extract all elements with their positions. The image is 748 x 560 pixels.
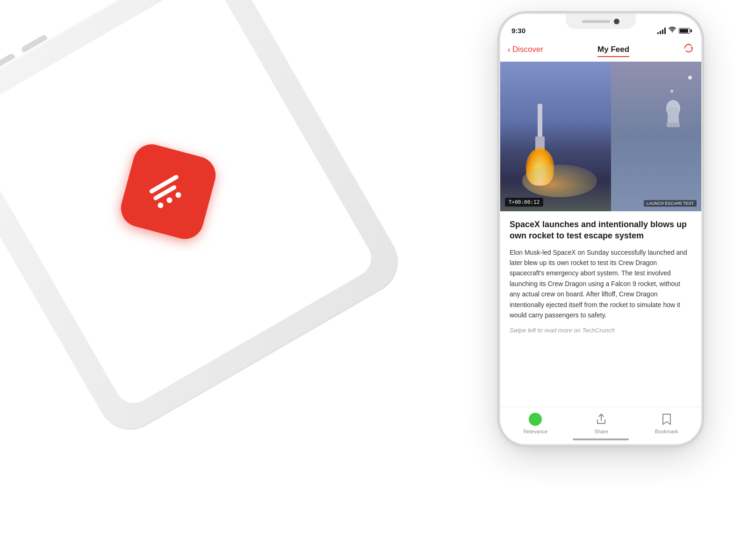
signal-bar-2 [660, 31, 661, 34]
share-button[interactable]: Share [594, 412, 609, 434]
left-phone: 9:30 [0, 0, 410, 442]
article-headline: SpaceX launches and intentionally blows … [510, 219, 692, 242]
article-summary: Elon Musk-led SpaceX on Sunday successfu… [510, 247, 692, 321]
svg-marker-4 [690, 46, 692, 48]
back-label: Discover [512, 45, 543, 54]
phone-speaker [582, 20, 610, 23]
left-phone-screen [0, 0, 378, 410]
relevance-icon-wrap [528, 412, 543, 427]
back-button[interactable]: ‹ Discover [508, 45, 543, 54]
bookmark-label: Bookmark [655, 429, 678, 434]
battery-icon [679, 28, 690, 34]
left-phone-vol-button-2 [21, 34, 48, 53]
bookmark-button[interactable]: Bookmark [655, 412, 678, 434]
app-icon-content [146, 172, 191, 212]
relevance-label: Relevance [523, 429, 547, 434]
share-icon [596, 413, 607, 425]
phone-front-camera [614, 19, 619, 24]
relevance-dot-icon [529, 413, 542, 426]
share-icon-wrap [594, 412, 609, 427]
navigation-bar: ‹ Discover My Feed [500, 37, 701, 62]
phone-notch [566, 14, 636, 29]
icon-circle-3 [174, 191, 182, 199]
relevance-button[interactable]: Relevance [523, 412, 547, 434]
rocket-scene: T+00:00:12 LAUNCH ESCAPE TEST [500, 62, 701, 211]
refresh-button[interactable] [683, 43, 694, 56]
signal-bar-1 [657, 32, 659, 34]
right-phone: 9:30 [500, 14, 701, 444]
bookmark-icon [662, 413, 672, 425]
article-image: T+00:00:12 LAUNCH ESCAPE TEST [500, 62, 701, 211]
signal-bar-4 [664, 28, 666, 34]
article-body: SpaceX launches and intentionally blows … [500, 211, 701, 341]
status-icons [657, 27, 690, 35]
home-indicator [573, 438, 629, 440]
share-label: Share [595, 429, 608, 434]
svg-rect-10 [667, 122, 680, 127]
icon-circle-2 [165, 196, 173, 204]
wifi-icon [669, 27, 676, 35]
svg-rect-9 [668, 108, 679, 124]
app-icon [117, 140, 220, 243]
icon-circle-1 [157, 201, 164, 209]
scene: 9:30 [0, 0, 748, 560]
status-time: 9:30 [511, 27, 525, 35]
left-phone-vol-button-1 [0, 53, 15, 72]
swipe-hint: Swipe left to read more on TechCrunch [510, 327, 692, 334]
signal-strength-icon [657, 28, 666, 34]
back-chevron-icon: ‹ [508, 45, 511, 54]
video-timestamp: T+00:00:12 [505, 198, 543, 207]
rocket-debris-image [611, 62, 702, 211]
signal-bar-3 [662, 29, 663, 34]
screen-content: ‹ Discover My Feed [500, 37, 701, 444]
right-phone-body: 9:30 [500, 14, 701, 444]
bookmark-icon-wrap [659, 412, 674, 427]
page-title: My Feed [597, 45, 629, 54]
rocket-launch-image [500, 62, 611, 211]
video-label: LAUNCH ESCAPE TEST [644, 200, 697, 207]
battery-fill [680, 29, 688, 33]
